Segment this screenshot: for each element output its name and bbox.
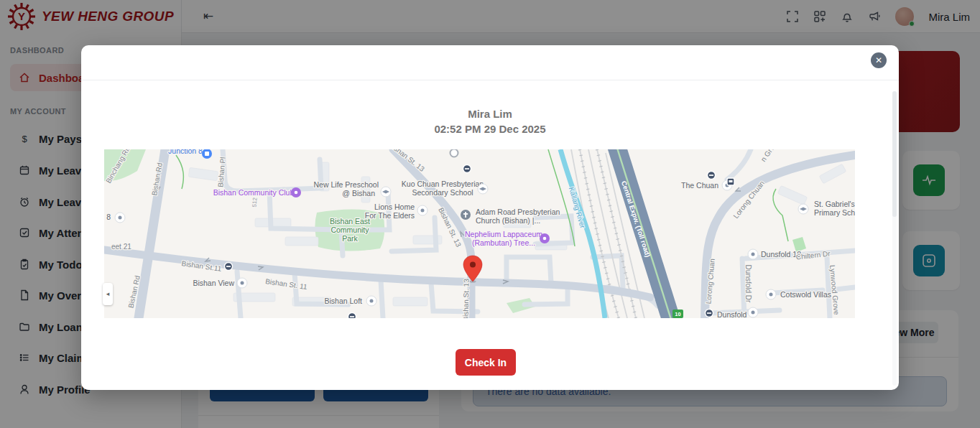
map-label: New Life Preschool <box>314 180 379 189</box>
station-icon <box>450 149 458 157</box>
check-in-button[interactable]: Check In <box>456 349 516 376</box>
map-label: Bishan View <box>193 279 234 287</box>
map-label: Bishan St. 13 <box>461 279 470 318</box>
map-label: Nephelium Lappaceum <box>465 230 542 238</box>
map-label: Church (Bishan) |... <box>476 216 540 225</box>
route-shield: 10 <box>672 310 683 318</box>
map-label: Junction 8 <box>168 149 203 155</box>
map-label: 8 <box>106 213 111 221</box>
svg-text:10: 10 <box>675 311 680 317</box>
map-label: Cotswold Villas <box>780 290 831 299</box>
map-pan-left-control[interactable]: ◂ <box>103 283 113 305</box>
check-in-modal: ✕ Mira Lim 02:52 PM 29 Dec 2025 <box>81 45 899 390</box>
map-label: Bishan Community Club <box>213 188 295 197</box>
modal-scrollbar-thumb[interactable] <box>892 91 897 217</box>
map-canvas: Junction 8 Binchang Rise Bishan Rd Bisha… <box>104 149 855 318</box>
modal-header: ✕ <box>81 45 899 80</box>
map-label: Bishan Loft <box>324 297 362 305</box>
map-label: Adam Road Presbyterian <box>476 208 560 216</box>
church-icon <box>461 210 471 220</box>
map-label: @ Bishan <box>342 189 375 197</box>
map-label: Dunsfold <box>717 310 747 318</box>
map-label: Park <box>342 234 358 243</box>
map-label: Secondary School <box>412 188 473 197</box>
map-label: 512 <box>251 197 258 208</box>
map-label: (Rambutan) Tree... <box>472 238 535 247</box>
map-label: Kuo Chuan Presbyterian <box>402 180 484 188</box>
map-label: Primary School <box>814 208 855 217</box>
map-label: For The Elders <box>365 211 415 220</box>
map-label: St. Gabriel's <box>814 200 855 208</box>
close-icon[interactable]: ✕ <box>871 52 887 68</box>
modal-timestamp: 02:52 PM 29 Dec 2025 <box>81 123 899 135</box>
map-label: Lions Home <box>374 203 415 211</box>
map-label: Bishan East <box>330 217 370 225</box>
map-label: The Chuan <box>681 181 718 190</box>
map-label: Community <box>330 225 369 234</box>
map-label: Dunsfold Dr <box>744 265 752 303</box>
modal-scrollbar[interactable] <box>892 91 897 386</box>
map-label: eet 21 <box>111 243 131 251</box>
modal-user-name: Mira Lim <box>81 108 899 120</box>
app-screen: Y YEW HENG GROUP DASHBOARD Dashboard MY … <box>0 0 980 428</box>
map[interactable]: Junction 8 Binchang Rise Bishan Rd Bisha… <box>104 149 855 318</box>
